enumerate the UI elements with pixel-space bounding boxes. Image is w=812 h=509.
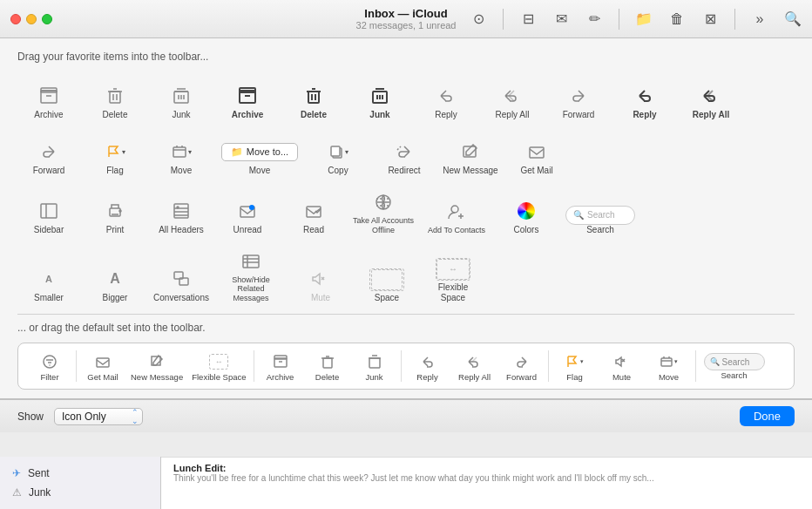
- default-item-flex-space[interactable]: ↔ Flexible Space: [188, 349, 249, 383]
- filter-icon: [40, 352, 59, 371]
- search-placeholder: Search: [587, 210, 615, 220]
- search-box: 🔍 Search: [565, 206, 635, 225]
- done-button[interactable]: Done: [740, 406, 795, 426]
- default-item-filter[interactable]: Filter: [27, 349, 72, 383]
- reply-all-bold-icon: [699, 84, 723, 108]
- more-icon[interactable]: »: [751, 10, 768, 28]
- toolbar-item-new-message[interactable]: New Message: [439, 131, 502, 180]
- junk-d-icon: [365, 352, 384, 371]
- add-contacts-label: Add To Contacts: [428, 226, 485, 235]
- move-to-folder-icon[interactable]: 📁: [635, 10, 653, 28]
- move-to-icon: 📁 Move to...: [221, 139, 298, 164]
- sidebar-item-junk: ⚠ Junk: [0, 483, 160, 502]
- default-item-archive[interactable]: Archive: [258, 349, 303, 383]
- mute-d-icon: [612, 352, 632, 371]
- compose-icon[interactable]: ✏: [585, 10, 603, 28]
- toolbar-item-forward[interactable]: Forward: [547, 75, 610, 124]
- toolbar-item-read[interactable]: Read: [282, 187, 345, 239]
- toolbar-item-search[interactable]: 🔍 Search Search: [561, 187, 639, 239]
- toolbar-item-bigger[interactable]: A Bigger: [84, 246, 146, 307]
- default-item-mute[interactable]: Mute: [599, 349, 645, 383]
- toolbar-item-get-mail[interactable]: Get Mail: [505, 131, 568, 180]
- print-label: Print: [106, 225, 125, 235]
- toolbar-item-add-contacts[interactable]: Add To Contacts: [422, 187, 491, 239]
- toolbar-item-junk-bold[interactable]: Junk: [348, 75, 411, 124]
- toolbar-item-delete-bold[interactable]: Delete: [282, 75, 345, 124]
- default-item-reply[interactable]: Reply: [405, 349, 450, 383]
- toolbar-item-archive-bold[interactable]: Archive: [216, 75, 279, 124]
- default-item-get-mail[interactable]: Get Mail: [80, 349, 125, 383]
- move-d-icon: ▾: [660, 352, 679, 371]
- toolbar-item-colors[interactable]: Colors: [495, 187, 558, 239]
- show-select-wrapper[interactable]: Icon Only Icon and Text Text Only ⌃⌄: [54, 408, 143, 425]
- mute-d-label: Mute: [612, 372, 631, 382]
- mute-label: Mute: [311, 293, 330, 303]
- add-contacts-icon: [444, 200, 469, 224]
- print-icon: [103, 199, 127, 223]
- toolbar-item-reply[interactable]: Reply: [415, 75, 477, 124]
- toolbar-item-conversations[interactable]: Conversations: [150, 246, 213, 307]
- search-label: Search: [586, 225, 614, 235]
- default-toolbar-sep3: [401, 350, 402, 382]
- toolbar-item-reply-bold[interactable]: Reply: [613, 75, 676, 124]
- search-d-box: 🔍 Search: [704, 353, 765, 370]
- toolbar-item-delete-gray[interactable]: Delete: [84, 75, 146, 124]
- toolbar-item-junk-gray[interactable]: Junk: [150, 75, 213, 124]
- email-preview: Lunch Edit: Think you'll be free for a l…: [161, 457, 812, 509]
- default-toolbar-sep5: [695, 350, 696, 382]
- new-message-d-icon: [147, 352, 166, 371]
- toolbar-item-flag[interactable]: ▾ Flag: [84, 131, 146, 180]
- flag-d-label: Flag: [566, 372, 582, 382]
- toolbar-item-flex-space[interactable]: ↔ Flexible Space: [422, 246, 484, 307]
- toolbar-item-move-to[interactable]: 📁 Move to... Move: [216, 131, 303, 180]
- toolbar-item-forward2[interactable]: Forward: [17, 131, 80, 180]
- reply-all-d-icon: [465, 352, 484, 371]
- toolbar-item-unread[interactable]: Unread: [216, 187, 279, 239]
- close-button[interactable]: [10, 14, 21, 24]
- folder-icon: 📁: [231, 146, 243, 158]
- trash-icon[interactable]: 🗑: [668, 10, 686, 28]
- toolbar-item-move[interactable]: ▾ Move: [150, 131, 213, 180]
- toolbar-item-space[interactable]: Space: [355, 246, 418, 307]
- svg-rect-30: [369, 358, 380, 368]
- note-icon[interactable]: ⊙: [470, 10, 487, 28]
- toolbar-item-mute[interactable]: Mute: [289, 246, 352, 307]
- junk-gray-label: Junk: [172, 110, 190, 120]
- toolbar-item-all-headers[interactable]: All Headers: [150, 187, 213, 239]
- toolbar-item-print[interactable]: Print: [84, 187, 146, 239]
- toolbar-item-reply-all-bold[interactable]: Reply All: [680, 75, 742, 124]
- toolbar-item-reply-all[interactable]: Reply All: [481, 75, 544, 124]
- email-body: Think you'll be free for a lunchtime cha…: [173, 473, 800, 483]
- junk-bold-label: Junk: [369, 110, 389, 120]
- toolbar-item-smaller[interactable]: A Smaller: [17, 246, 80, 307]
- toolbar-item-redirect[interactable]: Redirect: [373, 131, 436, 180]
- toolbar-item-show-hide[interactable]: Show/Hide Related Messages: [216, 246, 286, 307]
- mail-icon[interactable]: ✉: [552, 10, 570, 28]
- junk-icon[interactable]: ⊠: [701, 10, 719, 28]
- minimize-button[interactable]: [26, 14, 37, 24]
- default-item-move[interactable]: ▾ Move: [646, 349, 692, 383]
- move-d-label: Move: [659, 372, 679, 382]
- search-icon[interactable]: 🔍: [784, 10, 802, 28]
- archive-icon[interactable]: ⊟: [519, 10, 537, 28]
- default-item-forward[interactable]: Forward: [499, 349, 545, 383]
- default-item-new-message[interactable]: New Message: [127, 349, 186, 383]
- svg-rect-13: [41, 204, 57, 218]
- show-select[interactable]: Icon Only Icon and Text Text Only: [54, 408, 143, 425]
- default-item-delete[interactable]: Delete: [305, 349, 350, 383]
- new-message-label: New Message: [443, 166, 497, 176]
- toolbar-item-sidebar[interactable]: Sidebar: [17, 187, 80, 239]
- get-mail-label: Get Mail: [520, 166, 552, 176]
- default-item-flag[interactable]: ▾ Flag: [552, 349, 598, 383]
- sidebar-label: Sidebar: [34, 225, 64, 235]
- reply-all-d-label: Reply All: [458, 372, 491, 382]
- colors-label: Colors: [514, 225, 539, 235]
- default-item-reply-all[interactable]: Reply All: [452, 349, 497, 383]
- default-item-search[interactable]: 🔍 Search Search: [700, 350, 769, 382]
- toolbar-item-copy[interactable]: ▾ Copy: [307, 131, 369, 180]
- toolbar-item-take-all[interactable]: Take All Accounts Offline: [348, 187, 418, 239]
- maximize-button[interactable]: [42, 14, 52, 24]
- default-item-junk[interactable]: Junk: [352, 349, 397, 383]
- toolbar-item-archive-gray[interactable]: Archive: [17, 75, 80, 124]
- unread-label: Unread: [233, 225, 262, 235]
